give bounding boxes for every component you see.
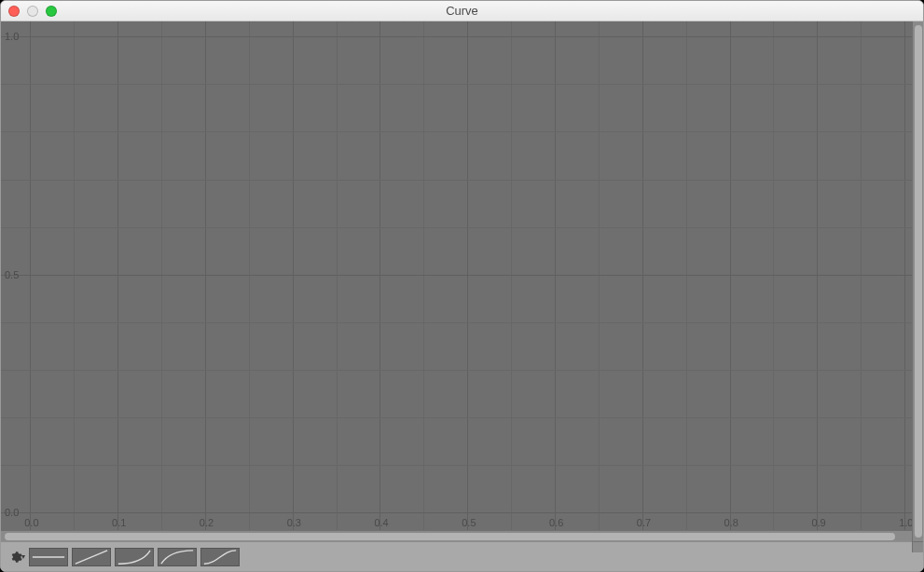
preset-flat-icon (30, 549, 67, 565)
preset-ease-in-button[interactable] (115, 548, 154, 566)
x-axis-tick-label: 0.4 (374, 517, 388, 528)
x-axis-tick-label: 0.7 (637, 517, 651, 528)
vertical-scrollbar[interactable] (912, 21, 923, 541)
x-axis-tick-label: 0.2 (200, 517, 214, 528)
horizontal-scrollbar-thumb[interactable] (5, 533, 895, 540)
preset-ease-out-icon (159, 549, 196, 565)
horizontal-scrollbar[interactable] (1, 530, 912, 541)
window-controls (8, 6, 57, 17)
settings-menu-button[interactable]: ▾ (8, 549, 25, 565)
x-axis-tick-label: 0.3 (287, 517, 301, 528)
x-axis-tick-label: 0.1 (112, 517, 126, 528)
y-axis-tick-label: 0.5 (5, 269, 19, 280)
y-axis-tick-label: 0.0 (5, 507, 19, 518)
preset-linear-icon (73, 549, 110, 565)
minimize-window-button[interactable] (27, 6, 38, 17)
vertical-scrollbar-thumb[interactable] (915, 25, 922, 538)
toolbar: ▾ (1, 541, 923, 571)
preset-ease-in-out-icon (201, 549, 239, 565)
x-axis-tick-label: 0.9 (811, 517, 825, 528)
x-axis-tick-label: 0.5 (462, 517, 476, 528)
titlebar: Curve (1, 1, 923, 21)
x-axis-tick-label: 0.6 (549, 517, 563, 528)
preset-ease-in-icon (116, 549, 153, 565)
window-title: Curve (1, 4, 923, 18)
gear-icon (9, 551, 22, 564)
preset-flat-button[interactable] (29, 548, 68, 566)
preset-ease-in-out-button[interactable] (200, 548, 240, 566)
close-window-button[interactable] (8, 6, 20, 17)
content-area: 0.00.10.20.30.40.50.60.70.80.91.00.00.51… (1, 21, 923, 571)
x-axis-tick-label: 0.8 (724, 517, 738, 528)
preset-ease-out-button[interactable] (158, 548, 197, 566)
preset-linear-button[interactable] (72, 548, 111, 566)
curve-editor-window: Curve 0.00.10.20.30.40.50.60.70.80.91.00… (0, 0, 924, 572)
zoom-window-button[interactable] (46, 6, 57, 17)
curve-canvas[interactable]: 0.00.10.20.30.40.50.60.70.80.91.00.00.51… (1, 21, 912, 530)
x-axis-tick-label: 0.0 (24, 517, 38, 528)
dropdown-caret-icon: ▾ (21, 552, 25, 561)
y-axis-tick-label: 1.0 (5, 31, 19, 42)
